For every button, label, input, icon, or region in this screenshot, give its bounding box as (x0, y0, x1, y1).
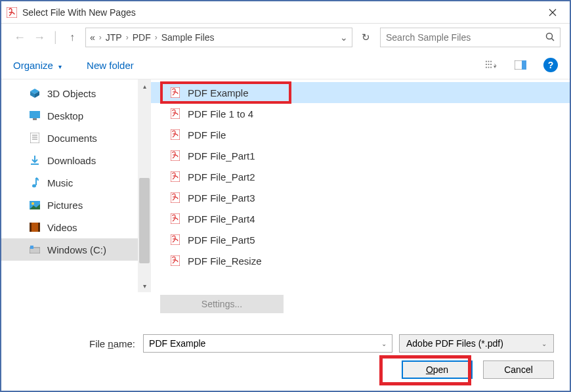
svg-point-1 (547, 33, 553, 39)
file-label: PDF File_Part3 (188, 192, 255, 204)
sidebar-item-3d-objects[interactable]: 3D Objects (1, 82, 138, 104)
breadcrumb-item[interactable]: Sample Files (161, 32, 215, 43)
sidebar-item-label: Music (47, 177, 73, 188)
file-label: PDF File (188, 129, 226, 141)
scroll-down-icon[interactable]: ▾ (138, 279, 151, 292)
svg-rect-4 (486, 67, 487, 68)
filename-row: File name: PDF Example ⌄ Adobe PDF Files… (17, 334, 554, 353)
file-list: PDF Example PDF File 1 to 4 PDF File PDF… (151, 79, 570, 292)
open-post: pen (433, 364, 448, 375)
sidebar-item-downloads[interactable]: Downloads (1, 149, 138, 171)
sidebar: 3D Objects Desktop Documents Downloads M… (1, 79, 151, 292)
sidebar-item-windows-c[interactable]: Windows (C:) (1, 238, 138, 261)
sidebar-item-label: Documents (47, 133, 97, 144)
file-label: PDF File_Part2 (188, 171, 255, 183)
3d-objects-icon (29, 88, 41, 98)
svg-rect-14 (522, 60, 526, 70)
sidebar-item-pictures[interactable]: Pictures (1, 194, 138, 216)
preview-pane-icon[interactable] (515, 59, 526, 71)
svg-rect-31 (38, 223, 40, 232)
organize-menu[interactable]: Organize ▾ (13, 60, 62, 71)
sidebar-item-videos[interactable]: Videos (1, 216, 138, 238)
nav-up-button[interactable]: ↑ (63, 28, 81, 47)
sidebar-item-documents[interactable]: Documents (1, 127, 138, 149)
svg-text:▾: ▾ (494, 64, 496, 70)
videos-icon (29, 222, 41, 232)
file-dialog: Select File With New Pages ← → │ ↑ « › J… (0, 0, 571, 392)
filename-input[interactable]: PDF Example ⌄ (143, 334, 392, 353)
scroll-up-icon[interactable]: ▴ (138, 79, 151, 93)
open-underline: O (426, 364, 433, 375)
cancel-button[interactable]: Cancel (483, 360, 554, 379)
nav-back-button[interactable]: ← (11, 28, 29, 47)
open-button[interactable]: Open (402, 360, 473, 379)
pdf-file-icon (171, 87, 181, 98)
nav-forward-button[interactable]: → (30, 28, 49, 47)
drive-icon (29, 244, 41, 255)
help-icon[interactable]: ? (543, 58, 558, 72)
file-item[interactable]: PDF Example (151, 82, 570, 103)
refresh-button[interactable]: ↻ (356, 28, 375, 47)
file-label: PDF File 1 to 4 (188, 108, 253, 120)
button-row: Open Cancel (17, 360, 554, 379)
documents-icon (29, 133, 41, 143)
file-item[interactable]: PDF File_Part1 (151, 145, 570, 166)
music-icon (29, 177, 41, 188)
chevron-right-icon: › (155, 33, 158, 42)
file-item[interactable]: PDF File (151, 124, 570, 145)
view-options-icon[interactable]: ▾ (486, 59, 497, 71)
search-icon[interactable] (545, 32, 555, 43)
nav-separator: │ (53, 32, 59, 43)
svg-rect-20 (30, 133, 39, 143)
svg-rect-9 (490, 64, 492, 65)
filename-label: File name: (89, 338, 135, 349)
scroll-thumb[interactable] (139, 178, 150, 263)
file-item[interactable]: PDF File_Part5 (151, 229, 570, 250)
sidebar-scrollbar[interactable]: ▴ ▾ (138, 79, 151, 292)
search-box[interactable] (380, 28, 560, 47)
breadcrumb-item[interactable]: JTP (106, 32, 122, 43)
file-type-filter[interactable]: Adobe PDF Files (*.pdf) ⌄ (399, 334, 554, 353)
new-folder-button[interactable]: New folder (87, 60, 134, 71)
close-button[interactable] (538, 3, 567, 22)
breadcrumb-item[interactable]: PDF (133, 32, 151, 43)
downloads-icon (29, 155, 41, 165)
pdf-file-icon (171, 171, 181, 182)
svg-rect-8 (490, 61, 492, 62)
file-item[interactable]: PDF File 1 to 4 (151, 103, 570, 124)
chevron-down-icon[interactable]: ⌄ (381, 340, 387, 347)
main-area: 3D Objects Desktop Documents Downloads M… (1, 79, 570, 292)
file-item[interactable]: PDF File_Part3 (151, 187, 570, 208)
svg-point-27 (32, 202, 34, 205)
file-label: PDF File_Part5 (188, 234, 255, 246)
file-label: PDF File_Resize (188, 255, 262, 267)
sidebar-item-label: Pictures (47, 200, 83, 211)
file-label: PDF Example (188, 87, 249, 98)
sidebar-list: 3D Objects Desktop Documents Downloads M… (1, 79, 138, 292)
filename-label-post: ame: (114, 338, 135, 349)
chevron-right-icon: › (126, 33, 129, 42)
pdf-file-icon (171, 192, 181, 203)
titlebar: Select File With New Pages (1, 1, 570, 24)
svg-rect-19 (33, 118, 37, 120)
file-item[interactable]: PDF File_Part2 (151, 166, 570, 187)
svg-rect-2 (486, 61, 487, 62)
pdf-file-icon (171, 108, 181, 119)
window-title: Select File With New Pages (22, 7, 538, 18)
file-item[interactable]: PDF File_Part4 (151, 208, 570, 229)
address-bar[interactable]: « › JTP › PDF › Sample Files ⌄ (85, 28, 352, 47)
sidebar-item-desktop[interactable]: Desktop (1, 104, 138, 127)
svg-point-25 (32, 185, 36, 188)
address-dropdown-icon[interactable]: ⌄ (340, 32, 348, 43)
toolbar-right: ▾ ? (486, 58, 558, 72)
desktop-icon (29, 110, 41, 121)
file-item[interactable]: PDF File_Resize (151, 250, 570, 271)
search-input[interactable] (386, 32, 545, 43)
sidebar-item-label: 3D Objects (47, 88, 96, 99)
app-icon (7, 7, 17, 18)
pdf-file-icon (171, 234, 181, 245)
pdf-file-icon (171, 150, 181, 161)
sidebar-item-music[interactable]: Music (1, 171, 138, 194)
file-label: PDF File_Part4 (188, 213, 255, 225)
sidebar-item-label: Desktop (47, 110, 83, 121)
